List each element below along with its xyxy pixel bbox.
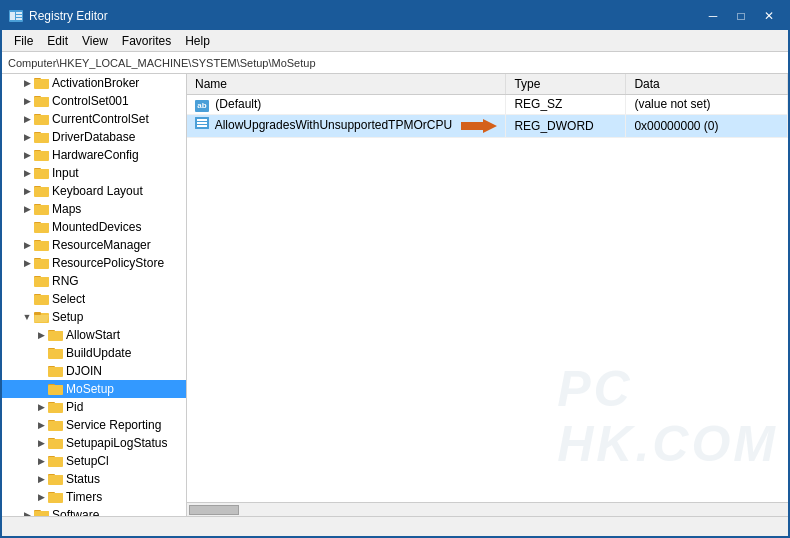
tree-item-controlset001[interactable]: ▶ ControlSet001 <box>2 92 186 110</box>
status-bar <box>2 516 788 536</box>
tree-item-resourcemanager[interactable]: ▶ ResourceManager <box>2 236 186 254</box>
svg-marker-99 <box>461 119 497 133</box>
svg-rect-34 <box>34 241 49 250</box>
tree-panel[interactable]: ▶ ActivationBroker ▶ ControlSet001 ▶ Cur… <box>2 74 187 516</box>
tree-label: MoSetup <box>66 382 114 396</box>
folder-icon <box>34 130 50 144</box>
tree-item-mounteddevices[interactable]: ▶ MountedDevices <box>2 218 186 236</box>
row-data: (value not set) <box>626 94 788 114</box>
folder-icon <box>48 382 64 396</box>
row-type: REG_DWORD <box>506 114 626 137</box>
tree-item-mosetup[interactable]: ▶ MoSetup <box>2 380 186 398</box>
value-icon <box>195 117 209 129</box>
svg-rect-55 <box>48 367 63 376</box>
tree-item-currentcontrolset[interactable]: ▶ CurrentControlSet <box>2 110 186 128</box>
registry-table-container[interactable]: PCHK.COM Name Type Data <box>187 74 788 502</box>
tree-item-setupcl[interactable]: ▶ SetupCl <box>2 452 186 470</box>
folder-icon <box>34 238 50 252</box>
tree-label: Pid <box>66 400 83 414</box>
table-row[interactable]: AllowUpgradesWithUnsupportedTPMOrCPU REG… <box>187 114 788 137</box>
tree-item-activation[interactable]: ▶ ActivationBroker <box>2 74 186 92</box>
svg-rect-76 <box>48 493 63 502</box>
registry-table: Name Type Data ab (Default) <box>187 74 788 138</box>
tree-item-pid[interactable]: ▶ Pid <box>2 398 186 416</box>
tree-label: Maps <box>52 202 81 216</box>
folder-icon <box>48 328 64 342</box>
minimize-button[interactable]: ─ <box>700 6 726 26</box>
maximize-button[interactable]: □ <box>728 6 754 26</box>
close-button[interactable]: ✕ <box>756 6 782 26</box>
tree-item-setupapilogstatus[interactable]: ▶ SetupapiLogStatus <box>2 434 186 452</box>
menu-favorites[interactable]: Favorites <box>116 32 177 50</box>
tree-item-maps[interactable]: ▶ Maps <box>2 200 186 218</box>
row-data: 0x00000000 (0) <box>626 114 788 137</box>
tree-item-resourcepolicystore[interactable]: ▶ ResourcePolicyStore <box>2 254 186 272</box>
tree-label: DJOIN <box>66 364 102 378</box>
folder-icon <box>34 202 50 216</box>
window-title: Registry Editor <box>29 9 108 23</box>
tree-label: Timers <box>66 490 102 504</box>
svg-rect-4 <box>16 18 22 20</box>
tree-label: SetupCl <box>66 454 109 468</box>
horizontal-scrollbar[interactable] <box>187 502 788 516</box>
folder-icon <box>34 508 50 516</box>
tree-item-select[interactable]: ▶ Select <box>2 290 186 308</box>
svg-rect-73 <box>48 475 63 484</box>
svg-rect-28 <box>34 205 49 214</box>
expand-icon: ▶ <box>34 436 48 450</box>
table-row[interactable]: ab (Default) REG_SZ (value not set) <box>187 94 788 114</box>
tree-item-rng[interactable]: ▶ RNG <box>2 272 186 290</box>
menu-bar: File Edit View Favorites Help <box>2 30 788 52</box>
tree-item-buildupdate[interactable]: ▶ BuildUpdate <box>2 344 186 362</box>
tree-item-hardwareconfig[interactable]: ▶ HardwareConfig <box>2 146 186 164</box>
tree-item-input[interactable]: ▶ Input <box>2 164 186 182</box>
folder-icon <box>48 490 64 504</box>
svg-rect-22 <box>34 169 49 178</box>
tree-item-djoin[interactable]: ▶ DJOIN <box>2 362 186 380</box>
col-header-data[interactable]: Data <box>626 74 788 94</box>
folder-icon <box>34 166 50 180</box>
arrow-indicator <box>461 117 497 135</box>
tree-item-software[interactable]: ▶ Software <box>2 506 186 516</box>
expand-icon: ▼ <box>20 310 34 324</box>
address-text: Computer\HKEY_LOCAL_MACHINE\SYSTEM\Setup… <box>8 57 316 69</box>
svg-rect-10 <box>34 97 49 106</box>
watermark: PCHK.COM <box>557 362 778 472</box>
tree-item-driverdatabase[interactable]: ▶ DriverDatabase <box>2 128 186 146</box>
expand-icon: ▶ <box>20 148 34 162</box>
tree-label: CurrentControlSet <box>52 112 149 126</box>
tree-item-setup[interactable]: ▼ Setup <box>2 308 186 326</box>
tree-label: Select <box>52 292 85 306</box>
expand-icon: ▶ <box>20 238 34 252</box>
svg-rect-40 <box>34 277 49 286</box>
menu-help[interactable]: Help <box>179 32 216 50</box>
svg-rect-1 <box>10 12 15 20</box>
tree-item-timers[interactable]: ▶ Timers <box>2 488 186 506</box>
tree-item-servicereporting[interactable]: ▶ Service Reporting <box>2 416 186 434</box>
menu-view[interactable]: View <box>76 32 114 50</box>
expand-icon: ▶ <box>20 508 34 516</box>
tree-label: ResourceManager <box>52 238 151 252</box>
tree-item-allowstart[interactable]: ▶ AllowStart <box>2 326 186 344</box>
row-name: AllowUpgradesWithUnsupportedTPMOrCPU <box>187 114 506 137</box>
svg-rect-7 <box>34 79 49 88</box>
expand-icon: ▶ <box>20 94 34 108</box>
folder-icon <box>48 454 64 468</box>
title-controls: ─ □ ✕ <box>700 6 782 26</box>
tree-label: AllowStart <box>66 328 120 342</box>
main-area: ▶ ActivationBroker ▶ ControlSet001 ▶ Cur… <box>2 74 788 516</box>
svg-rect-49 <box>48 331 63 340</box>
menu-edit[interactable]: Edit <box>41 32 74 50</box>
folder-icon <box>34 94 50 108</box>
folder-icon <box>48 400 64 414</box>
tree-item-status[interactable]: ▶ Status <box>2 470 186 488</box>
title-bar-left: Registry Editor <box>8 8 108 24</box>
tree-item-keyboardlayout[interactable]: ▶ Keyboard Layout <box>2 182 186 200</box>
tree-label: Input <box>52 166 79 180</box>
tree-label: SetupapiLogStatus <box>66 436 167 450</box>
right-panel: PCHK.COM Name Type Data <box>187 74 788 516</box>
col-header-name[interactable]: Name <box>187 74 506 94</box>
col-header-type[interactable]: Type <box>506 74 626 94</box>
scrollbar-thumb[interactable] <box>189 505 239 515</box>
menu-file[interactable]: File <box>8 32 39 50</box>
